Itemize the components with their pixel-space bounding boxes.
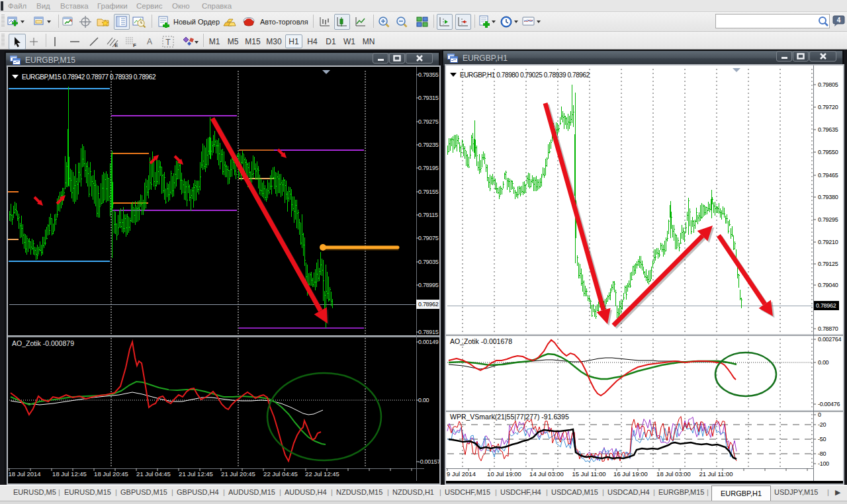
svg-text:A: A bbox=[147, 37, 152, 46]
svg-text:0.79235: 0.79235 bbox=[418, 142, 439, 148]
svg-text:16 Jul 19:00: 16 Jul 19:00 bbox=[613, 470, 648, 478]
svg-text:0.79210: 0.79210 bbox=[818, 239, 838, 245]
svg-text:0.79295: 0.79295 bbox=[818, 216, 838, 223]
svg-text:AO_Zotik -0.000879: AO_Zotik -0.000879 bbox=[12, 339, 74, 347]
svg-text:0.002764: 0.002764 bbox=[818, 336, 841, 343]
svg-text:F: F bbox=[133, 42, 136, 48]
svg-text:0.79195: 0.79195 bbox=[418, 165, 439, 171]
svg-text:21 Jul 20:45: 21 Jul 20:45 bbox=[221, 470, 255, 478]
svg-text:0.79275: 0.79275 bbox=[418, 118, 439, 125]
svg-text:18 Jul 20:45: 18 Jul 20:45 bbox=[94, 470, 128, 478]
svg-text:0.79075: 0.79075 bbox=[418, 235, 439, 241]
svg-text:0.78915: 0.78915 bbox=[418, 329, 439, 335]
svg-text:0.78962: 0.78962 bbox=[418, 301, 439, 308]
svg-text:T: T bbox=[165, 38, 171, 47]
svg-text:0.79805: 0.79805 bbox=[818, 81, 838, 88]
svg-text:EURGBP,H1 0.78980 0.79025 0.7: EURGBP,H1 0.78980 0.79025 0.78939 0.7896… bbox=[460, 71, 590, 79]
svg-text:-20: -20 bbox=[818, 421, 826, 428]
svg-text:0.78870: 0.78870 bbox=[818, 325, 838, 332]
svg-text:-100: -100 bbox=[818, 460, 829, 467]
svg-text:-0.00476: -0.00476 bbox=[818, 401, 840, 407]
svg-text:9 Jul 2014: 9 Jul 2014 bbox=[447, 470, 476, 478]
svg-text:0.00: 0.00 bbox=[818, 359, 829, 366]
svg-text:0.79125: 0.79125 bbox=[818, 261, 838, 267]
svg-text:21 Jul 11:00: 21 Jul 11:00 bbox=[699, 470, 733, 478]
svg-text:E: E bbox=[114, 42, 118, 48]
svg-text:10 Jul 19:00: 10 Jul 19:00 bbox=[487, 470, 521, 478]
svg-text:0.79550: 0.79550 bbox=[818, 149, 838, 155]
svg-text:0.79155: 0.79155 bbox=[418, 189, 439, 195]
svg-text:0.79465: 0.79465 bbox=[818, 172, 838, 179]
svg-text:21 Jul 04:45: 21 Jul 04:45 bbox=[136, 470, 171, 478]
svg-text:0.78962: 0.78962 bbox=[816, 302, 836, 309]
svg-text:0.79040: 0.79040 bbox=[818, 282, 838, 288]
svg-text:0.79315: 0.79315 bbox=[418, 95, 439, 101]
svg-text:22 Jul 04:45: 22 Jul 04:45 bbox=[263, 470, 298, 478]
svg-text:AO_Zotik -0.001678: AO_Zotik -0.001678 bbox=[450, 337, 512, 345]
svg-text:0.78995: 0.78995 bbox=[418, 282, 439, 288]
svg-text:18 Jul 2014: 18 Jul 2014 bbox=[8, 470, 40, 478]
svg-text:0.79635: 0.79635 bbox=[818, 126, 838, 133]
svg-text:-0.00157: -0.00157 bbox=[418, 458, 439, 465]
svg-text:21 Jul 12:45: 21 Jul 12:45 bbox=[179, 470, 213, 478]
svg-text:0.79035: 0.79035 bbox=[418, 259, 439, 265]
svg-text:22 Jul 12:45: 22 Jul 12:45 bbox=[305, 470, 339, 478]
svg-text:0.79355: 0.79355 bbox=[418, 71, 439, 78]
svg-text:0.00: 0.00 bbox=[418, 397, 429, 403]
svg-text:14 Jul 03:00: 14 Jul 03:00 bbox=[529, 470, 564, 478]
svg-text:15 Jul 11:00: 15 Jul 11:00 bbox=[572, 470, 605, 478]
svg-text:WPR_VSmark(21|55|77|277) -91.6: WPR_VSmark(21|55|77|277) -91.6395 bbox=[450, 413, 569, 421]
svg-text:0.79720: 0.79720 bbox=[818, 104, 838, 110]
svg-text:0: 0 bbox=[818, 411, 821, 418]
svg-text:0.00149: 0.00149 bbox=[418, 339, 439, 345]
svg-text:-50: -50 bbox=[818, 436, 826, 442]
svg-text:0.79380: 0.79380 bbox=[818, 194, 838, 200]
svg-text:18 Jul 03:00: 18 Jul 03:00 bbox=[656, 470, 691, 478]
svg-text:4: 4 bbox=[837, 17, 841, 24]
svg-text:-80: -80 bbox=[818, 450, 826, 457]
svg-text:0.79115: 0.79115 bbox=[418, 212, 438, 218]
svg-text:18 Jul 12:45: 18 Jul 12:45 bbox=[52, 470, 87, 478]
svg-text:EURGBP,M15 0.78942 0.78977 0.: EURGBP,M15 0.78942 0.78977 0.78939 0.789… bbox=[22, 73, 156, 81]
